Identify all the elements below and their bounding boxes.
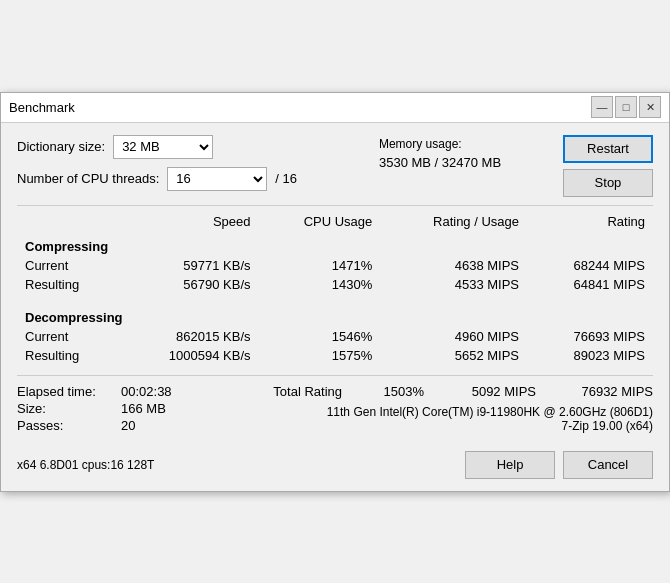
decomp-resulting-speed: 1000594 KB/s: [118, 346, 259, 365]
threads-select[interactable]: 16: [167, 167, 267, 191]
stop-button[interactable]: Stop: [563, 169, 653, 197]
comp-resulting-name: Resulting: [17, 275, 118, 294]
threads-label: Number of CPU threads:: [17, 171, 159, 186]
elapsed-row: Elapsed time: 00:02:38: [17, 384, 271, 399]
comp-current-cpu: 1471%: [259, 256, 381, 275]
elapsed-label: Elapsed time:: [17, 384, 117, 399]
cpu-info: 11th Gen Intel(R) Core(TM) i9-11980HK @ …: [327, 405, 653, 419]
col-header-speed: Speed: [118, 212, 259, 231]
comp-current-rating: 68244 MIPS: [527, 256, 653, 275]
size-label: Size:: [17, 401, 117, 416]
window-content: Dictionary size: 32 MB Number of CPU thr…: [1, 123, 669, 491]
stats-right: Total Rating 1503% 5092 MIPS 76932 MIPS …: [271, 384, 653, 435]
decomp-resulting-rating-usage: 5652 MIPS: [380, 346, 527, 365]
threads-row: Number of CPU threads: 16 / 16: [17, 167, 297, 191]
dict-size-row: Dictionary size: 32 MB: [17, 135, 297, 159]
top-section: Dictionary size: 32 MB Number of CPU thr…: [17, 135, 653, 197]
title-bar: Benchmark — □ ✕: [1, 93, 669, 123]
compressing-current-row: Current 59771 KB/s 1471% 4638 MIPS 68244…: [17, 256, 653, 275]
decomp-current-rating-usage: 4960 MIPS: [380, 327, 527, 346]
passes-value: 20: [121, 418, 135, 433]
decompressing-header-row: Decompressing: [17, 302, 653, 327]
col-header-rating-usage: Rating / Usage: [380, 212, 527, 231]
total-rating-label: Total Rating: [273, 384, 342, 399]
compressing-label: Compressing: [17, 231, 653, 256]
threads-suffix: / 16: [275, 171, 297, 186]
stats-left: Elapsed time: 00:02:38 Size: 166 MB Pass…: [17, 384, 271, 435]
memory-value: 3530 MB / 32470 MB: [379, 155, 501, 170]
total-rating-cpu: 1503%: [374, 384, 424, 399]
cancel-button[interactable]: Cancel: [563, 451, 653, 479]
total-rating-mips2: 76932 MIPS: [568, 384, 653, 399]
passes-row: Passes: 20: [17, 418, 271, 433]
decomp-resulting-rating: 89023 MIPS: [527, 346, 653, 365]
comp-resulting-rating: 64841 MIPS: [527, 275, 653, 294]
restart-button[interactable]: Restart: [563, 135, 653, 163]
decomp-resulting-cpu: 1575%: [259, 346, 381, 365]
decompressing-resulting-row: Resulting 1000594 KB/s 1575% 5652 MIPS 8…: [17, 346, 653, 365]
version-info: x64 6.8D01 cpus:16 128T: [17, 458, 154, 472]
comp-resulting-speed: 56790 KB/s: [118, 275, 259, 294]
title-bar-controls: — □ ✕: [591, 96, 661, 118]
total-rating-mips1: 5092 MIPS: [456, 384, 536, 399]
size-row: Size: 166 MB: [17, 401, 271, 416]
decompressing-label: Decompressing: [17, 302, 653, 327]
minimize-button[interactable]: —: [591, 96, 613, 118]
size-value: 166 MB: [121, 401, 166, 416]
decomp-current-name: Current: [17, 327, 118, 346]
col-header-name: [17, 212, 118, 231]
col-header-cpu: CPU Usage: [259, 212, 381, 231]
benchmark-window: Benchmark — □ ✕ Dictionary size: 32 MB N…: [0, 92, 670, 492]
top-divider: [17, 205, 653, 206]
comp-resulting-cpu: 1430%: [259, 275, 381, 294]
comp-current-speed: 59771 KB/s: [118, 256, 259, 275]
dict-size-select[interactable]: 32 MB: [113, 135, 213, 159]
compressing-header-row: Compressing: [17, 231, 653, 256]
decomp-current-rating: 76693 MIPS: [527, 327, 653, 346]
form-fields: Dictionary size: 32 MB Number of CPU thr…: [17, 135, 297, 191]
comp-current-rating-usage: 4638 MIPS: [380, 256, 527, 275]
maximize-button[interactable]: □: [615, 96, 637, 118]
footer-buttons: Help Cancel: [465, 451, 653, 479]
memory-info: Memory usage: 3530 MB / 32470 MB: [379, 137, 501, 170]
close-button[interactable]: ✕: [639, 96, 661, 118]
decomp-current-speed: 862015 KB/s: [118, 327, 259, 346]
spacer-row: [17, 294, 653, 302]
decompressing-current-row: Current 862015 KB/s 1546% 4960 MIPS 7669…: [17, 327, 653, 346]
footer: x64 6.8D01 cpus:16 128T Help Cancel: [17, 445, 653, 479]
action-buttons: Restart Stop: [563, 135, 653, 197]
comp-resulting-rating-usage: 4533 MIPS: [380, 275, 527, 294]
decomp-current-cpu: 1546%: [259, 327, 381, 346]
comp-current-name: Current: [17, 256, 118, 275]
help-button[interactable]: Help: [465, 451, 555, 479]
col-header-rating: Rating: [527, 212, 653, 231]
dict-label: Dictionary size:: [17, 139, 105, 154]
passes-label: Passes:: [17, 418, 117, 433]
zip-info: 7-Zip 19.00 (x64): [562, 419, 653, 433]
window-title: Benchmark: [9, 100, 75, 115]
memory-label: Memory usage:: [379, 137, 501, 151]
decomp-resulting-name: Resulting: [17, 346, 118, 365]
bottom-section: Elapsed time: 00:02:38 Size: 166 MB Pass…: [17, 375, 653, 435]
compressing-resulting-row: Resulting 56790 KB/s 1430% 4533 MIPS 648…: [17, 275, 653, 294]
elapsed-value: 00:02:38: [121, 384, 172, 399]
benchmark-table: Speed CPU Usage Rating / Usage Rating Co…: [17, 212, 653, 365]
